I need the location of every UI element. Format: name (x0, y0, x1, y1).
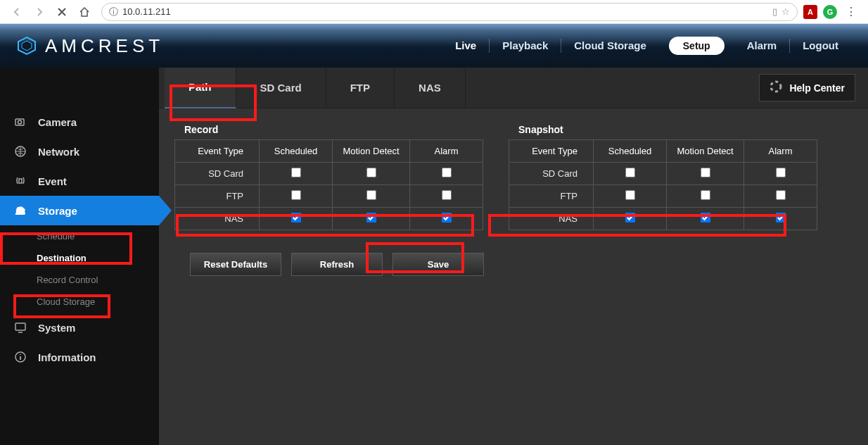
record-sdcard-motion-checkbox[interactable] (366, 168, 376, 177)
reset-defaults-button[interactable]: Reset Defaults (190, 253, 281, 276)
grammarly-extension-icon[interactable]: G (823, 5, 837, 19)
record-nas-motion-checkbox[interactable] (366, 213, 376, 222)
snapshot-sdcard-alarm-checkbox[interactable] (776, 168, 786, 177)
info-icon (13, 349, 28, 365)
table-header-row: Event Type Scheduled Motion Detect Alarm (509, 140, 817, 163)
snapshot-sdcard-scheduled-checkbox[interactable] (625, 168, 635, 177)
snapshot-ftp-alarm-checkbox[interactable] (776, 190, 786, 200)
record-table-wrap: Record Event Type Scheduled Motion Detec… (174, 124, 483, 230)
save-button[interactable]: Save (392, 253, 484, 276)
col-scheduled: Scheduled (594, 140, 667, 163)
reader-icon[interactable]: ▯ (772, 6, 777, 17)
brand-text: AMCREST (45, 35, 164, 57)
record-ftp-motion-checkbox[interactable] (366, 190, 376, 200)
help-center-button[interactable]: Help Center (759, 74, 855, 101)
snapshot-ftp-motion-checkbox[interactable] (701, 190, 710, 200)
home-button[interactable] (76, 4, 93, 20)
info-icon[interactable]: ⓘ (109, 6, 118, 18)
snapshot-table: Event Type Scheduled Motion Detect Alarm… (509, 139, 817, 230)
sidebar-item-system[interactable]: System (0, 313, 159, 342)
nav-playback[interactable]: Playback (489, 39, 561, 53)
main-panel: Path SD Card FTP NAS Help Center Record … (159, 68, 868, 445)
snapshot-sdcard-motion-checkbox[interactable] (701, 168, 710, 177)
nav-cloud-storage[interactable]: Cloud Storage (561, 39, 659, 53)
record-sdcard-scheduled-checkbox[interactable] (291, 168, 301, 177)
tab-sdcard[interactable]: SD Card (236, 68, 326, 108)
sidebar-item-event[interactable]: Event (0, 166, 159, 196)
network-icon (13, 144, 28, 159)
sidebar-item-label: Information (38, 351, 96, 363)
star-icon[interactable]: ☆ (781, 6, 790, 17)
svg-point-3 (18, 120, 22, 124)
camera-icon (13, 114, 28, 130)
sidebar-sub-cloud-storage[interactable]: Cloud Storage (0, 291, 159, 313)
row-label-nas: NAS (509, 208, 594, 230)
row-label-nas: NAS (175, 208, 260, 230)
sidebar-item-label: Camera (38, 116, 77, 128)
sidebar-item-camera[interactable]: Camera (0, 107, 159, 137)
snapshot-ftp-scheduled-checkbox[interactable] (625, 190, 635, 200)
record-title: Record (174, 124, 483, 135)
record-sdcard-alarm-checkbox[interactable] (442, 168, 452, 177)
sidebar-sub-record-control[interactable]: Record Control (0, 269, 159, 291)
table-row: SD Card (175, 163, 483, 185)
table-row: NAS (509, 208, 817, 230)
stop-button[interactable] (53, 4, 70, 20)
tab-ftp[interactable]: FTP (326, 68, 395, 108)
browser-menu-icon[interactable]: ⋮ (843, 4, 860, 20)
refresh-button[interactable]: Refresh (291, 253, 383, 276)
sidebar-item-label: Network (38, 146, 79, 158)
nav-setup[interactable]: Setup (669, 37, 725, 55)
record-ftp-alarm-checkbox[interactable] (442, 190, 452, 200)
button-row: Reset Defaults Refresh Save (174, 253, 853, 276)
sidebar: Camera Network Event Storage Schedule De… (0, 68, 159, 445)
brand: AMCREST (17, 35, 164, 57)
app-header: AMCREST Live Playback Cloud Storage Setu… (0, 24, 868, 68)
tab-nas[interactable]: NAS (395, 68, 466, 108)
table-row: FTP (509, 185, 817, 208)
nav-logout[interactable]: Logout (789, 39, 851, 53)
content: Record Event Type Scheduled Motion Detec… (159, 108, 868, 292)
address-bar[interactable]: ⓘ 10.0.11.211 ▯ ☆ (101, 3, 798, 21)
sidebar-item-storage[interactable]: Storage (0, 196, 159, 225)
col-event-type: Event Type (175, 140, 260, 163)
sidebar-sub-destination[interactable]: Destination (0, 247, 159, 269)
record-nas-scheduled-checkbox[interactable] (291, 213, 301, 222)
tab-path[interactable]: Path (165, 68, 236, 108)
help-label: Help Center (789, 82, 845, 94)
back-button (8, 4, 25, 20)
nav-alarm[interactable]: Alarm (734, 39, 790, 53)
svg-rect-5 (19, 179, 22, 183)
table-header-row: Event Type Scheduled Motion Detect Alarm (175, 140, 483, 163)
row-label-ftp: FTP (509, 185, 594, 208)
sidebar-item-label: System (38, 322, 75, 334)
svg-marker-1 (22, 41, 32, 51)
storage-icon (13, 203, 28, 218)
col-scheduled: Scheduled (260, 140, 333, 163)
adobe-extension-icon[interactable]: A (803, 5, 817, 19)
col-alarm: Alarm (744, 140, 817, 163)
snapshot-nas-scheduled-checkbox[interactable] (625, 213, 635, 222)
col-alarm: Alarm (410, 140, 483, 163)
record-nas-alarm-checkbox[interactable] (442, 213, 452, 222)
browser-toolbar: ⓘ 10.0.11.211 ▯ ☆ A G ⋮ (0, 0, 868, 24)
sidebar-item-network[interactable]: Network (0, 137, 159, 166)
record-ftp-scheduled-checkbox[interactable] (291, 190, 301, 200)
help-icon (770, 80, 782, 95)
table-row: SD Card (509, 163, 817, 185)
sidebar-item-label: Storage (38, 205, 77, 217)
nav-live[interactable]: Live (442, 39, 489, 53)
table-row: FTP (175, 185, 483, 208)
sidebar-sub-schedule[interactable]: Schedule (0, 225, 159, 247)
record-table: Event Type Scheduled Motion Detect Alarm… (174, 139, 483, 230)
snapshot-nas-alarm-checkbox[interactable] (776, 213, 786, 222)
amcrest-logo-icon (17, 36, 37, 56)
system-icon (13, 320, 28, 335)
row-label-sdcard: SD Card (509, 163, 594, 185)
snapshot-nas-motion-checkbox[interactable] (701, 213, 710, 222)
url-text: 10.0.11.211 (122, 6, 171, 17)
col-motion-detect: Motion Detect (333, 140, 410, 163)
table-row: NAS (175, 208, 483, 230)
event-icon (13, 173, 28, 189)
sidebar-item-information[interactable]: Information (0, 342, 159, 372)
